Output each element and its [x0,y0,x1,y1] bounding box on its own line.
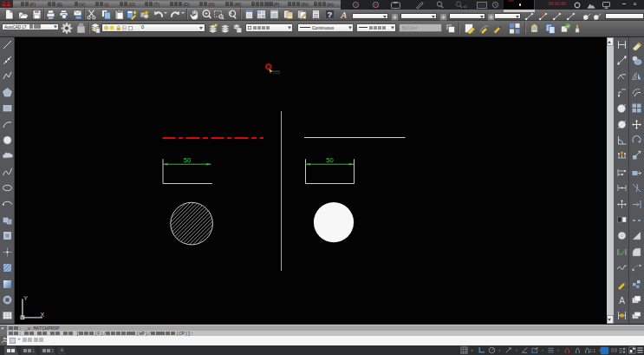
svg-text:?: ? [327,10,332,19]
svg-text:A: A [619,295,625,305]
svg-text:X: X [40,312,44,318]
svg-text:A: A [340,10,347,20]
svg-text:50: 50 [183,156,190,164]
svg-text:Y: Y [23,295,28,301]
svg-text:50: 50 [326,156,333,164]
